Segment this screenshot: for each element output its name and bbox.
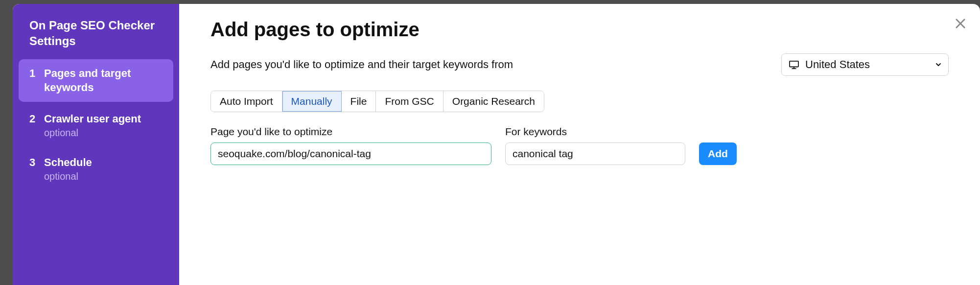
sidebar: On Page SEO Checker Settings 1 Pages and…: [13, 4, 179, 285]
settings-modal: On Page SEO Checker Settings 1 Pages and…: [13, 4, 980, 285]
subtitle: Add pages you'd like to optimize and the…: [210, 58, 513, 71]
import-mode-tabs: Auto Import Manually File From GSC Organ…: [210, 91, 544, 112]
tab-organic-research[interactable]: Organic Research: [443, 91, 544, 112]
step-index: 3: [29, 155, 36, 170]
subtitle-row: Add pages you'd like to optimize and the…: [210, 53, 949, 76]
add-page-form: Page you'd like to optimize For keywords…: [210, 126, 949, 165]
main-panel: Add pages to optimize Add pages you'd li…: [179, 4, 980, 285]
keywords-input-label: For keywords: [505, 126, 685, 138]
close-button[interactable]: [952, 15, 969, 32]
step-label: Schedule: [44, 155, 163, 170]
step-index: 2: [29, 112, 36, 126]
svg-rect-2: [790, 61, 798, 67]
step-index: 1: [29, 66, 36, 81]
page-url-input[interactable]: [210, 142, 491, 165]
step-label: Crawler user agent: [44, 112, 163, 126]
chevron-down-icon: [934, 61, 942, 69]
page-input-label: Page you'd like to optimize: [210, 126, 491, 138]
page-title: Add pages to optimize: [210, 19, 949, 41]
sidebar-title: On Page SEO Checker Settings: [19, 18, 173, 56]
country-select[interactable]: United States: [781, 53, 949, 76]
tab-manually[interactable]: Manually: [282, 91, 342, 112]
tab-auto-import[interactable]: Auto Import: [211, 91, 282, 112]
tab-from-gsc[interactable]: From GSC: [376, 91, 443, 112]
step-label: Pages and target keywords: [44, 66, 163, 95]
step-optional: optional: [44, 127, 163, 139]
add-button[interactable]: Add: [699, 142, 737, 165]
sidebar-step-pages-keywords[interactable]: 1 Pages and target keywords: [19, 59, 173, 102]
sidebar-step-crawler-user-agent[interactable]: 2 Crawler user agent optional: [19, 105, 173, 145]
tab-file[interactable]: File: [342, 91, 376, 112]
close-icon: [954, 17, 967, 30]
desktop-icon: [789, 60, 799, 69]
step-optional: optional: [44, 171, 163, 182]
sidebar-step-schedule[interactable]: 3 Schedule optional: [19, 148, 173, 189]
keywords-input[interactable]: [505, 142, 685, 165]
country-label: United States: [805, 58, 870, 71]
